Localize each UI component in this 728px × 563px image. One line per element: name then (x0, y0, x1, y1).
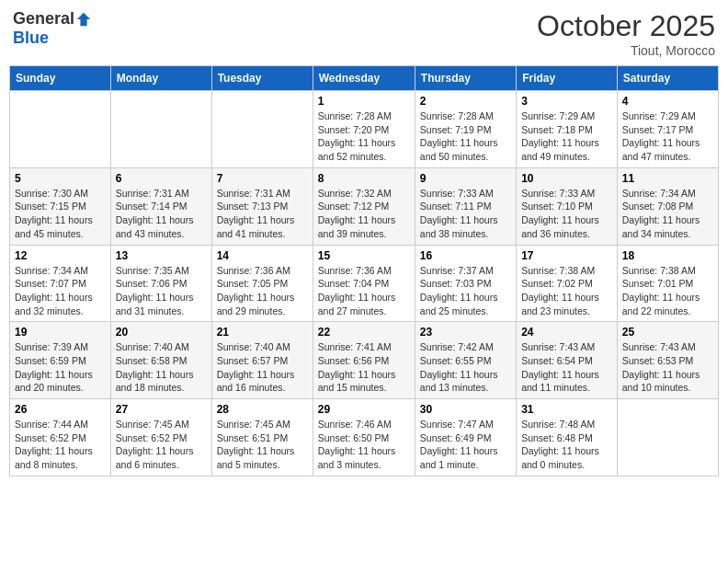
svg-marker-0 (77, 12, 90, 25)
day-info: Sunrise: 7:48 AM Sunset: 6:48 PM Dayligh… (521, 418, 612, 472)
title-block: October 2025 Tiout, Morocco (537, 9, 715, 58)
day-number: 13 (116, 249, 207, 262)
day-number: 2 (420, 95, 511, 108)
calendar-cell: 2Sunrise: 7:28 AM Sunset: 7:19 PM Daylig… (415, 91, 516, 168)
day-info: Sunrise: 7:36 AM Sunset: 7:04 PM Dayligh… (318, 264, 410, 318)
logo: General Blue (13, 9, 92, 48)
day-number: 23 (420, 326, 511, 339)
calendar-cell: 9Sunrise: 7:33 AM Sunset: 7:11 PM Daylig… (415, 167, 516, 245)
day-info: Sunrise: 7:41 AM Sunset: 6:56 PM Dayligh… (318, 340, 410, 395)
day-info: Sunrise: 7:39 AM Sunset: 6:59 PM Dayligh… (15, 340, 106, 395)
day-number: 9 (420, 172, 511, 185)
calendar-week-row: 1Sunrise: 7:28 AM Sunset: 7:20 PM Daylig… (10, 91, 719, 168)
calendar-cell: 7Sunrise: 7:31 AM Sunset: 7:13 PM Daylig… (211, 167, 313, 245)
day-info: Sunrise: 7:33 AM Sunset: 7:10 PM Dayligh… (521, 187, 612, 241)
calendar-header-row: SundayMondayTuesdayWednesdayThursdayFrid… (10, 66, 719, 91)
day-info: Sunrise: 7:45 AM Sunset: 6:52 PM Dayligh… (116, 418, 207, 472)
day-info: Sunrise: 7:30 AM Sunset: 7:15 PM Dayligh… (15, 187, 106, 241)
day-number: 29 (318, 403, 410, 416)
day-info: Sunrise: 7:29 AM Sunset: 7:17 PM Dayligh… (622, 109, 713, 164)
day-number: 24 (521, 326, 612, 339)
calendar-cell: 25Sunrise: 7:43 AM Sunset: 6:53 PM Dayli… (617, 322, 718, 399)
calendar-cell: 28Sunrise: 7:45 AM Sunset: 6:51 PM Dayli… (211, 399, 313, 477)
day-number: 4 (622, 95, 713, 108)
calendar-cell: 8Sunrise: 7:32 AM Sunset: 7:12 PM Daylig… (313, 167, 415, 245)
weekday-header: Friday (517, 66, 618, 91)
calendar-table: SundayMondayTuesdayWednesdayThursdayFrid… (9, 65, 719, 477)
day-info: Sunrise: 7:31 AM Sunset: 7:14 PM Dayligh… (116, 187, 207, 241)
day-number: 16 (420, 249, 511, 262)
day-info: Sunrise: 7:43 AM Sunset: 6:54 PM Dayligh… (521, 340, 612, 395)
calendar-cell: 29Sunrise: 7:46 AM Sunset: 6:50 PM Dayli… (313, 399, 415, 477)
calendar-cell: 15Sunrise: 7:36 AM Sunset: 7:04 PM Dayli… (313, 245, 415, 322)
day-info: Sunrise: 7:44 AM Sunset: 6:52 PM Dayligh… (15, 418, 106, 472)
day-info: Sunrise: 7:47 AM Sunset: 6:49 PM Dayligh… (420, 418, 511, 472)
day-number: 8 (318, 172, 410, 185)
day-number: 15 (318, 249, 410, 262)
calendar-cell: 30Sunrise: 7:47 AM Sunset: 6:49 PM Dayli… (415, 399, 516, 477)
calendar-cell: 27Sunrise: 7:45 AM Sunset: 6:52 PM Dayli… (110, 399, 211, 477)
day-info: Sunrise: 7:31 AM Sunset: 7:13 PM Dayligh… (217, 187, 308, 241)
page-header: General Blue October 2025 Tiout, Morocco (9, 9, 719, 58)
calendar-cell: 3Sunrise: 7:29 AM Sunset: 7:18 PM Daylig… (517, 91, 618, 168)
day-number: 26 (15, 403, 106, 416)
day-number: 11 (622, 172, 713, 185)
weekday-header: Sunday (10, 66, 111, 91)
day-info: Sunrise: 7:34 AM Sunset: 7:08 PM Dayligh… (622, 187, 713, 241)
day-number: 3 (521, 95, 612, 108)
calendar-cell: 20Sunrise: 7:40 AM Sunset: 6:58 PM Dayli… (110, 322, 211, 399)
calendar-cell: 5Sunrise: 7:30 AM Sunset: 7:15 PM Daylig… (10, 167, 111, 245)
weekday-header: Monday (110, 66, 211, 91)
day-number: 21 (217, 326, 308, 339)
calendar-cell: 11Sunrise: 7:34 AM Sunset: 7:08 PM Dayli… (617, 167, 718, 245)
calendar-cell (10, 91, 111, 168)
calendar-cell: 14Sunrise: 7:36 AM Sunset: 7:05 PM Dayli… (211, 245, 313, 322)
month-title: October 2025 (537, 9, 715, 43)
calendar-cell: 16Sunrise: 7:37 AM Sunset: 7:03 PM Dayli… (415, 245, 516, 322)
calendar-cell: 1Sunrise: 7:28 AM Sunset: 7:20 PM Daylig… (313, 91, 415, 168)
day-info: Sunrise: 7:34 AM Sunset: 7:07 PM Dayligh… (15, 264, 106, 318)
weekday-header: Thursday (415, 66, 516, 91)
calendar-cell: 4Sunrise: 7:29 AM Sunset: 7:17 PM Daylig… (617, 91, 718, 168)
day-number: 14 (217, 249, 308, 262)
day-number: 1 (318, 95, 410, 108)
calendar-cell: 22Sunrise: 7:41 AM Sunset: 6:56 PM Dayli… (313, 322, 415, 399)
calendar-week-row: 19Sunrise: 7:39 AM Sunset: 6:59 PM Dayli… (10, 322, 719, 399)
day-info: Sunrise: 7:40 AM Sunset: 6:57 PM Dayligh… (217, 340, 308, 395)
calendar-cell: 18Sunrise: 7:38 AM Sunset: 7:01 PM Dayli… (617, 245, 718, 322)
calendar-cell: 19Sunrise: 7:39 AM Sunset: 6:59 PM Dayli… (10, 322, 111, 399)
day-info: Sunrise: 7:32 AM Sunset: 7:12 PM Dayligh… (318, 187, 410, 241)
day-info: Sunrise: 7:38 AM Sunset: 7:01 PM Dayligh… (622, 264, 713, 318)
logo-general: General (13, 9, 74, 29)
day-number: 20 (116, 326, 207, 339)
weekday-header: Saturday (617, 66, 718, 91)
day-number: 17 (521, 249, 612, 262)
calendar-cell (617, 399, 718, 477)
calendar-cell: 24Sunrise: 7:43 AM Sunset: 6:54 PM Dayli… (517, 322, 618, 399)
day-info: Sunrise: 7:36 AM Sunset: 7:05 PM Dayligh… (217, 264, 308, 318)
day-number: 31 (521, 403, 612, 416)
calendar-cell (110, 91, 211, 168)
day-info: Sunrise: 7:28 AM Sunset: 7:20 PM Dayligh… (318, 109, 410, 164)
day-info: Sunrise: 7:46 AM Sunset: 6:50 PM Dayligh… (318, 418, 410, 472)
calendar-cell: 26Sunrise: 7:44 AM Sunset: 6:52 PM Dayli… (10, 399, 111, 477)
day-number: 30 (420, 403, 511, 416)
day-info: Sunrise: 7:28 AM Sunset: 7:19 PM Dayligh… (420, 109, 511, 164)
weekday-header: Tuesday (211, 66, 313, 91)
day-info: Sunrise: 7:33 AM Sunset: 7:11 PM Dayligh… (420, 187, 511, 241)
day-number: 18 (622, 249, 713, 262)
day-number: 7 (217, 172, 308, 185)
calendar-cell: 13Sunrise: 7:35 AM Sunset: 7:06 PM Dayli… (110, 245, 211, 322)
calendar-week-row: 12Sunrise: 7:34 AM Sunset: 7:07 PM Dayli… (10, 245, 719, 322)
day-number: 19 (15, 326, 106, 339)
calendar-cell: 12Sunrise: 7:34 AM Sunset: 7:07 PM Dayli… (10, 245, 111, 322)
day-number: 27 (116, 403, 207, 416)
calendar-cell: 21Sunrise: 7:40 AM Sunset: 6:57 PM Dayli… (211, 322, 313, 399)
day-number: 28 (217, 403, 308, 416)
location: Tiout, Morocco (537, 43, 715, 58)
calendar-cell: 31Sunrise: 7:48 AM Sunset: 6:48 PM Dayli… (517, 399, 618, 477)
day-number: 10 (521, 172, 612, 185)
day-number: 6 (116, 172, 207, 185)
calendar-cell: 17Sunrise: 7:38 AM Sunset: 7:02 PM Dayli… (517, 245, 618, 322)
calendar-cell: 10Sunrise: 7:33 AM Sunset: 7:10 PM Dayli… (517, 167, 618, 245)
